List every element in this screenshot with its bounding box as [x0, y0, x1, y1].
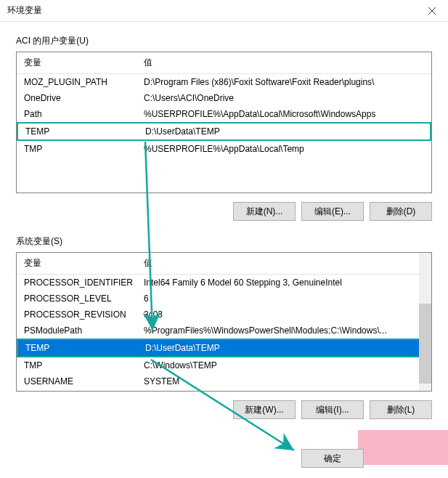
- col-header-value[interactable]: 值: [137, 52, 431, 73]
- window-title: 环境变量: [7, 4, 42, 17]
- var-name: PROCESSOR_REVISION: [17, 309, 137, 320]
- var-value: %ProgramFiles%\WindowsPowerShell\Modules…: [137, 325, 431, 336]
- var-name: TEMP: [18, 126, 138, 137]
- user-edit-button[interactable]: 编辑(E)...: [301, 202, 364, 221]
- var-value: 6: [137, 293, 431, 304]
- table-row[interactable]: OneDriveC:\Users\ACI\OneDrive: [17, 90, 431, 106]
- table-row[interactable]: MOZ_PLUGIN_PATHD:\Program Files (x86)\Fo…: [17, 74, 431, 90]
- system-vars-headers: 变量 值: [17, 253, 431, 275]
- col-header-name[interactable]: 变量: [17, 52, 137, 73]
- col-header-value[interactable]: 值: [137, 253, 431, 274]
- table-row[interactable]: TMP%USERPROFILE%\AppData\Local\Temp: [17, 141, 431, 157]
- close-button[interactable]: [415, 0, 448, 22]
- system-vars-label: 系统变量(S): [16, 235, 432, 248]
- table-row[interactable]: USERNAMESYSTEM: [17, 373, 431, 389]
- user-vars-label: ACI 的用户变量(U): [16, 35, 432, 47]
- var-name: USERNAME: [17, 376, 137, 387]
- var-name: Path: [17, 108, 137, 120]
- user-delete-button[interactable]: 删除(D): [370, 202, 432, 221]
- annotation-overlay: [358, 430, 448, 465]
- table-row[interactable]: PROCESSOR_LEVEL6: [17, 291, 431, 307]
- user-variables-section: ACI 的用户变量(U) 变量 值 MOZ_PLUGIN_PATHD:\Prog…: [16, 35, 432, 221]
- close-icon: [428, 7, 436, 15]
- var-value: Intel64 Family 6 Model 60 Stepping 3, Ge…: [137, 277, 431, 288]
- user-new-button[interactable]: 新建(N)...: [233, 202, 296, 221]
- var-value: D:\UserData\TEMP: [138, 126, 430, 137]
- table-row[interactable]: PROCESSOR_IDENTIFIERIntel64 Family 6 Mod…: [17, 275, 431, 291]
- var-value: %USERPROFILE%\AppData\Local\Microsoft\Wi…: [137, 108, 431, 120]
- var-value: D:\UserData\TEMP: [138, 342, 430, 354]
- user-vars-listbox[interactable]: 变量 值 MOZ_PLUGIN_PATHD:\Program Files (x8…: [16, 52, 432, 193]
- table-row[interactable]: TEMPD:\UserData\TEMP: [17, 122, 431, 141]
- user-vars-headers: 变量 值: [17, 52, 431, 74]
- scrollbar-thumb[interactable]: [419, 304, 431, 384]
- system-edit-button[interactable]: 编辑(I)...: [301, 400, 364, 419]
- table-row[interactable]: Path%USERPROFILE%\AppData\Local\Microsof…: [17, 106, 431, 122]
- var-value: 3c03: [137, 309, 431, 320]
- var-name: PROCESSOR_IDENTIFIER: [17, 277, 137, 288]
- col-header-name[interactable]: 变量: [17, 253, 137, 274]
- var-value: C:\Users\ACI\OneDrive: [137, 92, 431, 104]
- system-variables-section: 系统变量(S) 变量 值 PROCESSOR_IDENTIFIERIntel64…: [16, 235, 432, 419]
- system-new-button[interactable]: 新建(W)...: [233, 400, 296, 419]
- var-name: TMP: [17, 360, 137, 371]
- table-row[interactable]: TEMPD:\UserData\TEMP: [17, 339, 431, 357]
- var-name: TEMP: [18, 342, 138, 354]
- system-vars-buttons: 新建(W)... 编辑(I)... 删除(L): [16, 400, 432, 419]
- var-name: TMP: [17, 143, 137, 155]
- titlebar: 环境变量: [0, 0, 448, 22]
- scrollbar[interactable]: [419, 253, 431, 391]
- table-row[interactable]: TMPC:\Windows\TEMP: [17, 357, 431, 373]
- system-vars-listbox[interactable]: 变量 值 PROCESSOR_IDENTIFIERIntel64 Family …: [16, 252, 432, 392]
- var-name: OneDrive: [17, 92, 137, 104]
- var-name: MOZ_PLUGIN_PATH: [17, 76, 137, 88]
- system-delete-button[interactable]: 删除(L): [370, 400, 432, 419]
- user-vars-buttons: 新建(N)... 编辑(E)... 删除(D): [16, 202, 432, 221]
- ok-button[interactable]: 确定: [301, 449, 364, 468]
- var-name: PROCESSOR_LEVEL: [17, 293, 137, 304]
- var-value: D:\Program Files (x86)\Foxit Software\Fo…: [137, 76, 431, 88]
- var-value: %USERPROFILE%\AppData\Local\Temp: [137, 143, 431, 155]
- var-name: PSModulePath: [17, 325, 137, 336]
- table-row[interactable]: PSModulePath%ProgramFiles%\WindowsPowerS…: [17, 323, 431, 339]
- var-value: C:\Windows\TEMP: [137, 360, 431, 371]
- var-value: SYSTEM: [137, 376, 431, 387]
- table-row[interactable]: PROCESSOR_REVISION3c03: [17, 307, 431, 323]
